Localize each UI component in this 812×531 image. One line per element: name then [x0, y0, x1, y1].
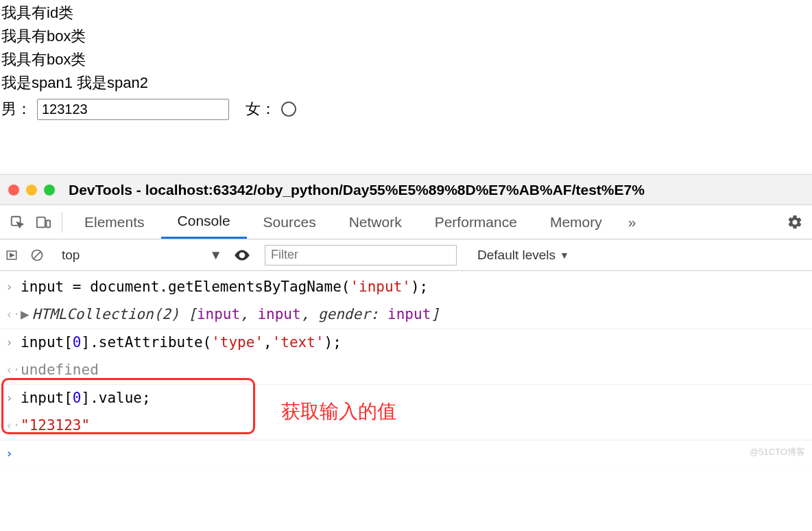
span2: 我是span2: [77, 74, 148, 91]
tab-more[interactable]: »: [619, 205, 646, 239]
text-line-id: 我具有id类: [1, 1, 811, 25]
console-output: › input = document.getElementsByTagName(…: [0, 271, 812, 465]
devtools-window: DevTools - localhost:63342/oby_python/Da…: [0, 174, 812, 465]
page-body: 我具有id类 我具有box类 我具有box类 我是span1 我是span2 男…: [0, 0, 812, 121]
svg-point-6: [241, 254, 243, 257]
live-expression-icon[interactable]: [233, 246, 258, 264]
tab-console[interactable]: Console: [161, 205, 247, 239]
clear-console-icon[interactable]: [30, 248, 48, 262]
console-input-line[interactable]: › input[0].setAttribute('type','text');: [0, 329, 812, 357]
watermark: @51CTO博客: [750, 444, 805, 461]
console-output-line: ‹· undefined: [0, 357, 812, 385]
annotation-text: 获取输入的值: [281, 393, 396, 429]
male-label: 男：: [1, 97, 32, 121]
svg-rect-1: [37, 217, 45, 228]
minimize-window-button[interactable]: [26, 185, 37, 196]
device-toolbar-icon[interactable]: [32, 211, 55, 234]
divider: [62, 212, 62, 233]
console-toolbar: top ▼ Default levels ▼: [0, 239, 812, 271]
maximize-window-button[interactable]: [44, 185, 55, 196]
span1: 我是span1: [1, 74, 73, 91]
text-line-box-2: 我具有box类: [1, 48, 811, 71]
devtools-title: DevTools - localhost:63342/oby_python/Da…: [69, 182, 645, 198]
window-controls: [8, 185, 55, 196]
console-input-line[interactable]: › input = document.getElementsByTagName(…: [0, 274, 812, 301]
close-window-button[interactable]: [8, 185, 19, 196]
tab-sources[interactable]: Sources: [247, 205, 333, 239]
devtools-tabs: Elements Console Sources Network Perform…: [0, 205, 812, 239]
chevron-down-icon: ▼: [209, 248, 222, 263]
male-input[interactable]: [37, 99, 229, 120]
tab-elements[interactable]: Elements: [68, 205, 161, 239]
expand-triangle-icon[interactable]: ▶: [21, 306, 29, 322]
console-output-line[interactable]: ‹· ▶HTMLCollection(2) [input, input, gen…: [0, 301, 812, 329]
log-levels-selector[interactable]: Default levels ▼: [477, 248, 569, 263]
text-line-box-1: 我具有box类: [1, 25, 811, 48]
play-icon[interactable]: [5, 249, 23, 261]
devtools-titlebar: DevTools - localhost:63342/oby_python/Da…: [0, 175, 812, 205]
svg-rect-2: [47, 220, 51, 227]
chevron-down-icon: ▼: [560, 250, 569, 261]
tab-memory[interactable]: Memory: [534, 205, 619, 239]
female-radio[interactable]: [281, 102, 296, 117]
filter-input[interactable]: [265, 245, 457, 266]
tab-performance[interactable]: Performance: [418, 205, 534, 239]
inspect-element-icon[interactable]: [5, 211, 29, 234]
console-input-line[interactable]: › input[0].value;: [0, 385, 812, 412]
span-row: 我是span1 我是span2: [1, 71, 811, 95]
tab-network[interactable]: Network: [333, 205, 418, 239]
console-prompt[interactable]: ›: [0, 440, 812, 465]
female-label: 女：: [246, 97, 276, 121]
gender-form-row: 男： 女：: [1, 97, 811, 121]
console-output-line: ‹· "123123": [0, 412, 812, 440]
settings-icon[interactable]: [783, 211, 807, 234]
svg-line-5: [34, 252, 40, 259]
context-selector[interactable]: top ▼: [55, 245, 226, 266]
